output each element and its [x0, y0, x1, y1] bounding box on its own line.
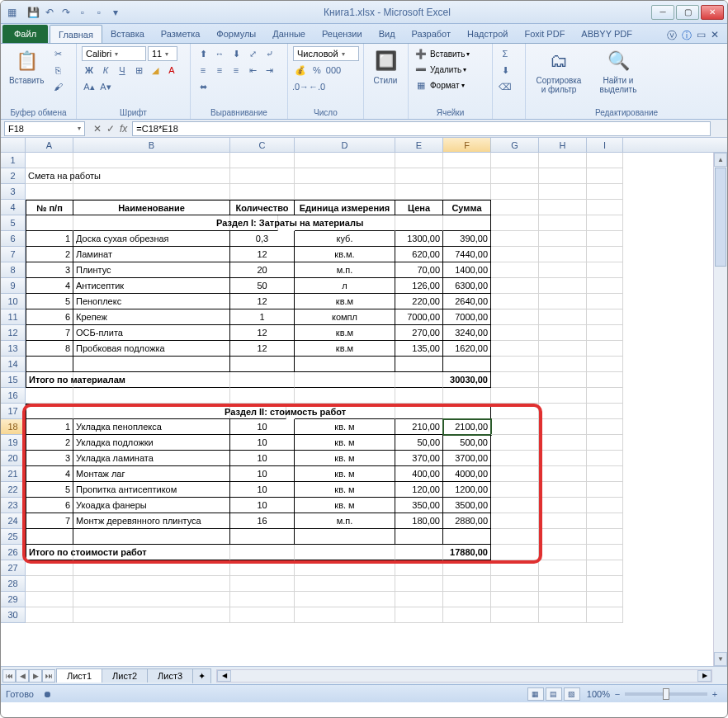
cell[interactable]: [491, 184, 539, 200]
cell[interactable]: [587, 388, 623, 404]
cell[interactable]: [395, 404, 443, 419]
redo-icon[interactable]: ↷: [59, 5, 73, 20]
row-header[interactable]: 19: [1, 435, 26, 451]
align-bottom-icon[interactable]: ⬇: [229, 46, 243, 61]
cell[interactable]: 17880,00: [443, 545, 491, 560]
underline-button[interactable]: Ч: [115, 63, 130, 78]
cell[interactable]: [539, 357, 587, 372]
cell[interactable]: [491, 419, 539, 435]
cell[interactable]: [539, 435, 587, 451]
cell[interactable]: 3: [26, 451, 73, 466]
align-right-icon[interactable]: ≡: [229, 63, 243, 78]
cell[interactable]: [26, 592, 73, 607]
cell[interactable]: [26, 404, 73, 419]
tab-addins[interactable]: Надстрой: [459, 25, 516, 43]
cell[interactable]: 20: [230, 262, 295, 278]
cell[interactable]: кв. м: [295, 498, 395, 513]
cut-icon[interactable]: ✂: [50, 46, 65, 61]
col-header[interactable]: C: [230, 138, 295, 152]
cell[interactable]: [491, 215, 539, 231]
cell[interactable]: 10: [230, 466, 295, 482]
cell[interactable]: 50: [230, 278, 295, 294]
cell[interactable]: [587, 498, 623, 513]
row-header[interactable]: 30: [1, 607, 26, 623]
cell[interactable]: [491, 325, 539, 341]
new-sheet-button[interactable]: ✦: [192, 668, 211, 683]
cell[interactable]: 7000,00: [443, 309, 491, 325]
cell[interactable]: кв. м: [295, 451, 395, 466]
cell[interactable]: [587, 200, 623, 215]
cell[interactable]: [491, 607, 539, 623]
cell[interactable]: 4000,00: [443, 466, 491, 482]
cell[interactable]: [230, 592, 295, 607]
format-painter-icon[interactable]: 🖌: [50, 79, 65, 94]
cell[interactable]: [539, 200, 587, 215]
select-all-corner[interactable]: [1, 138, 26, 152]
cell[interactable]: [587, 435, 623, 451]
cell[interactable]: [295, 529, 395, 545]
cell[interactable]: [491, 435, 539, 451]
cell[interactable]: [539, 560, 587, 576]
paste-button[interactable]: 📋 Вставить: [6, 46, 47, 87]
cell[interactable]: кв.м.: [295, 247, 395, 262]
cancel-formula-icon[interactable]: ✕: [93, 123, 102, 135]
row-header[interactable]: 25: [1, 529, 26, 545]
cell[interactable]: [491, 545, 539, 560]
cell[interactable]: Укладка ламината: [73, 451, 230, 466]
cell[interactable]: 7000,00: [395, 309, 443, 325]
cell[interactable]: [539, 607, 587, 623]
cell[interactable]: [26, 576, 73, 592]
cell[interactable]: [73, 404, 230, 419]
page-layout-view-icon[interactable]: ▤: [546, 687, 562, 701]
tab-data[interactable]: Данные: [264, 25, 314, 43]
cell[interactable]: [26, 215, 73, 231]
cell[interactable]: 400,00: [395, 466, 443, 482]
cell[interactable]: [539, 278, 587, 294]
row-header[interactable]: 15: [1, 372, 26, 388]
cell[interactable]: кв.м: [295, 325, 395, 341]
cell[interactable]: 1: [26, 419, 73, 435]
cell[interactable]: 120,00: [395, 482, 443, 498]
cell[interactable]: [587, 325, 623, 341]
formula-input[interactable]: =C18*E18: [132, 121, 711, 136]
cell[interactable]: [230, 153, 295, 168]
cell[interactable]: [587, 545, 623, 560]
delete-cells-button[interactable]: ➖Удалить▾: [414, 62, 466, 77]
cell[interactable]: [491, 466, 539, 482]
cell[interactable]: [73, 529, 230, 545]
zoom-slider[interactable]: [625, 692, 707, 696]
row-header[interactable]: 13: [1, 341, 26, 357]
cell[interactable]: [295, 607, 395, 623]
cell[interactable]: [587, 247, 623, 262]
cell[interactable]: 3240,00: [443, 325, 491, 341]
tab-review[interactable]: Рецензии: [314, 25, 371, 43]
ribbon-minimize-icon[interactable]: ⓥ: [667, 29, 677, 43]
cell[interactable]: 1300,00: [395, 231, 443, 247]
align-middle-icon[interactable]: ↔: [212, 46, 227, 61]
cell[interactable]: Количество: [230, 200, 295, 215]
cell[interactable]: [539, 498, 587, 513]
qat-icon[interactable]: ▫: [92, 5, 106, 20]
cell[interactable]: 5: [26, 482, 73, 498]
cell[interactable]: Укоадка фанеры: [73, 498, 230, 513]
cell[interactable]: [230, 168, 295, 184]
cell[interactable]: [230, 607, 295, 623]
enter-formula-icon[interactable]: ✓: [106, 123, 115, 135]
copy-icon[interactable]: ⎘: [50, 63, 65, 78]
cell[interactable]: 3500,00: [443, 498, 491, 513]
cell[interactable]: [587, 404, 623, 419]
cell[interactable]: 3700,00: [443, 451, 491, 466]
row-header[interactable]: 24: [1, 513, 26, 529]
cell[interactable]: Раздел I: Затраты на материалы: [214, 215, 278, 231]
cell[interactable]: [443, 592, 491, 607]
format-cells-button[interactable]: ▦Формат▾: [414, 78, 465, 92]
cell[interactable]: 30030,00: [443, 372, 491, 388]
cell[interactable]: 126,00: [395, 278, 443, 294]
cell[interactable]: [26, 607, 73, 623]
cell[interactable]: [395, 388, 443, 404]
cell[interactable]: [491, 482, 539, 498]
decrease-font-icon[interactable]: A▾: [98, 79, 113, 94]
cell[interactable]: 70,00: [395, 262, 443, 278]
cell[interactable]: куб.: [295, 231, 395, 247]
cell[interactable]: [295, 153, 395, 168]
